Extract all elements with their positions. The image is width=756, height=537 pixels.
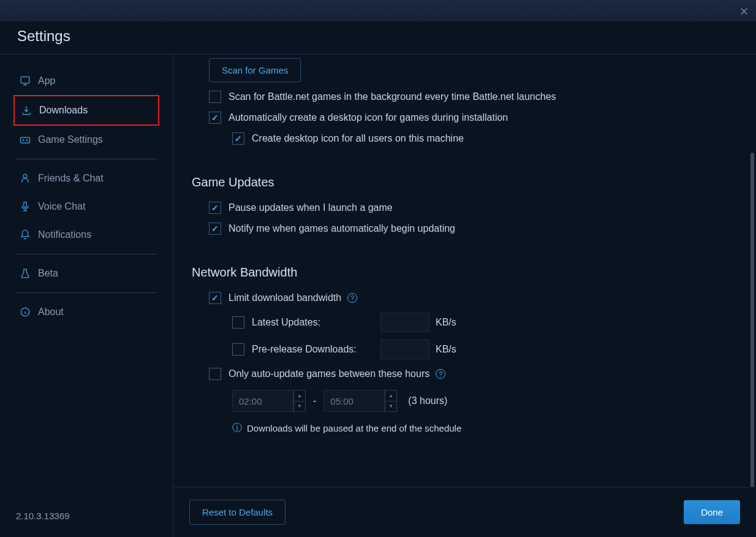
pause-updates-checkbox[interactable] <box>209 202 221 214</box>
pause-updates-label: Pause updates when I launch a game <box>229 202 393 213</box>
schedule-info-label: Downloads will be paused at the end of t… <box>247 423 461 433</box>
divider <box>16 292 157 293</box>
friends-icon <box>18 172 32 185</box>
latest-updates-label: Latest Updates: <box>252 317 374 328</box>
gamepad-icon <box>18 133 32 147</box>
desktop-icon-all-users-label: Create desktop icon for all users on thi… <box>252 133 464 144</box>
version-label: 2.10.3.13369 <box>7 492 165 527</box>
sidebar-item-about[interactable]: About <box>13 298 159 326</box>
auto-desktop-icon-checkbox[interactable] <box>209 112 221 124</box>
network-bandwidth-title: Network Bandwidth <box>192 265 738 280</box>
sidebar: App Downloads Game Settings Frie <box>0 55 173 537</box>
latest-updates-checkbox[interactable] <box>232 316 244 329</box>
sidebar-item-label: App <box>38 75 55 86</box>
auto-update-hours-checkbox[interactable] <box>209 368 221 380</box>
sidebar-item-game-settings[interactable]: Game Settings <box>13 126 159 154</box>
app-icon <box>18 74 32 88</box>
prerelease-checkbox[interactable] <box>232 343 244 356</box>
sidebar-item-label: Beta <box>38 268 58 279</box>
scan-background-label: Scan for Battle.net games in the backgro… <box>229 91 556 102</box>
help-icon[interactable]: ? <box>436 369 445 379</box>
content-area: Scan for Games Scan for Battle.net games… <box>173 55 756 537</box>
help-icon[interactable]: ? <box>347 293 357 303</box>
prerelease-label: Pre-release Downloads: <box>252 344 374 355</box>
stepper-down-icon[interactable]: ▼ <box>385 402 396 412</box>
svg-rect-0 <box>21 77 29 83</box>
notification-icon <box>18 228 32 242</box>
latest-updates-input[interactable] <box>380 313 429 332</box>
close-icon[interactable]: ✕ <box>739 5 749 18</box>
sidebar-item-label: Notifications <box>38 229 91 240</box>
divider <box>16 159 157 159</box>
svg-point-3 <box>26 140 28 141</box>
kbps-label: KB/s <box>436 344 456 355</box>
time-end-input[interactable]: 05:00 <box>323 390 385 412</box>
prerelease-input[interactable] <box>380 340 429 359</box>
time-end-stepper: ▲ ▼ <box>385 390 397 412</box>
limit-bandwidth-label: Limit download bandwidth <box>229 292 341 303</box>
sidebar-item-label: Downloads <box>39 105 88 116</box>
sidebar-item-label: Voice Chat <box>38 201 85 212</box>
info-icon <box>18 305 32 319</box>
desktop-icon-all-users-checkbox[interactable] <box>232 132 244 145</box>
sidebar-item-label: Friends & Chat <box>38 173 104 184</box>
limit-bandwidth-checkbox[interactable] <box>209 292 221 304</box>
auto-update-hours-label: Only auto-update games between these hou… <box>229 368 429 379</box>
notify-updates-label: Notify me when games automatically begin… <box>229 223 455 234</box>
sidebar-item-label: About <box>38 307 64 318</box>
svg-rect-5 <box>24 202 27 208</box>
sidebar-item-voice-chat[interactable]: Voice Chat <box>13 192 159 221</box>
sidebar-item-label: Game Settings <box>38 134 103 145</box>
svg-point-4 <box>23 174 27 178</box>
notify-updates-checkbox[interactable] <box>209 223 221 235</box>
sidebar-item-friends-chat[interactable]: Friends & Chat <box>13 164 159 192</box>
time-separator: - <box>313 395 316 406</box>
kbps-label: KB/s <box>436 317 456 328</box>
time-duration-label: (3 hours) <box>408 395 447 406</box>
svg-rect-1 <box>21 137 30 143</box>
microphone-icon <box>18 200 32 213</box>
scan-for-games-button[interactable]: Scan for Games <box>209 58 301 82</box>
footer: Reset to Defaults Done <box>173 487 756 537</box>
beta-icon <box>18 267 32 280</box>
divider <box>16 254 157 254</box>
sidebar-item-notifications[interactable]: Notifications <box>13 221 159 249</box>
auto-desktop-icon-label: Automatically create a desktop icon for … <box>229 112 508 123</box>
done-button[interactable]: Done <box>684 500 740 524</box>
stepper-up-icon[interactable]: ▲ <box>294 390 305 402</box>
sidebar-item-beta[interactable]: Beta <box>13 259 159 288</box>
top-bar: ✕ <box>0 0 756 21</box>
download-icon <box>20 104 33 117</box>
sidebar-item-downloads[interactable]: Downloads <box>13 95 159 126</box>
info-icon: ⓘ <box>232 422 242 435</box>
stepper-up-icon[interactable]: ▲ <box>385 390 396 402</box>
page-title: Settings <box>0 21 756 55</box>
time-start-stepper: ▲ ▼ <box>293 390 306 412</box>
reset-to-defaults-button[interactable]: Reset to Defaults <box>189 500 285 525</box>
game-updates-title: Game Updates <box>192 175 738 189</box>
time-start-input[interactable]: 02:00 <box>232 390 293 412</box>
stepper-down-icon[interactable]: ▼ <box>294 402 305 412</box>
sidebar-item-app[interactable]: App <box>13 67 159 95</box>
scrollbar[interactable] <box>750 153 754 533</box>
scan-background-checkbox[interactable] <box>209 91 221 103</box>
svg-point-2 <box>23 140 24 141</box>
